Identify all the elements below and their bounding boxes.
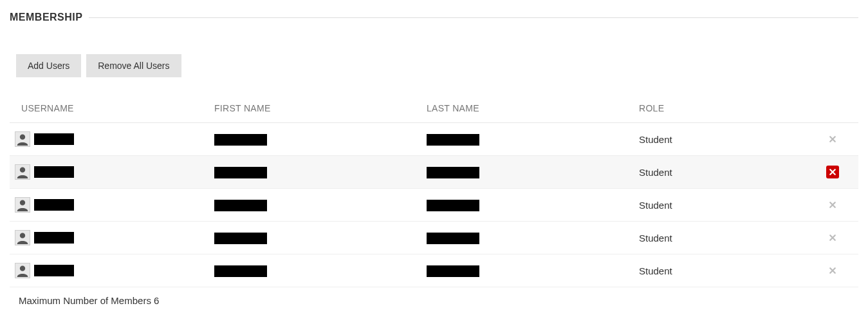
cell-first-name (209, 156, 421, 189)
username-value (34, 199, 74, 211)
cell-username (10, 254, 209, 287)
cell-first-name (209, 222, 421, 254)
cell-last-name (421, 156, 634, 189)
username-value (34, 133, 74, 145)
cell-username (10, 222, 209, 254)
svg-point-5 (20, 200, 25, 206)
cell-action (807, 189, 858, 222)
column-header-action (807, 95, 858, 123)
cell-role: Student (634, 123, 807, 156)
table-row: Student (10, 254, 858, 287)
cell-username (10, 189, 209, 222)
cell-role: Student (634, 156, 807, 189)
remove-user-icon[interactable] (826, 166, 839, 178)
last-name-value (427, 167, 479, 178)
avatar (15, 164, 30, 180)
table-row: Student (10, 189, 858, 222)
first-name-value (214, 167, 267, 178)
cell-action (807, 156, 858, 189)
first-name-value (214, 265, 267, 277)
cell-action (807, 222, 858, 254)
button-row: Add Users Remove All Users (16, 54, 858, 77)
section-header: MEMBERSHIP (10, 12, 858, 23)
cell-username (10, 156, 209, 189)
remove-user-icon[interactable] (826, 231, 839, 244)
table-row: Student (10, 123, 858, 156)
svg-point-1 (20, 135, 25, 140)
max-members-note: Maximum Number of Members 6 (19, 295, 858, 306)
table-row: Student (10, 156, 858, 189)
first-name-value (214, 233, 267, 244)
role-value: Student (639, 233, 672, 244)
cell-last-name (421, 123, 634, 156)
cell-first-name (209, 254, 421, 287)
max-members-label: Maximum Number of Members (19, 295, 151, 306)
svg-point-3 (20, 168, 25, 173)
svg-point-9 (20, 266, 25, 271)
last-name-value (427, 134, 479, 146)
last-name-value (427, 233, 479, 244)
remove-all-users-button[interactable]: Remove All Users (86, 54, 181, 77)
avatar (15, 197, 30, 213)
cell-last-name (421, 189, 634, 222)
avatar (15, 131, 30, 147)
remove-user-icon[interactable] (826, 198, 839, 211)
avatar (15, 263, 30, 278)
remove-user-icon[interactable] (826, 264, 839, 277)
section-rule (89, 17, 858, 18)
remove-user-icon[interactable] (826, 133, 839, 146)
members-table: USERNAME FIRST NAME LAST NAME ROLE Stude… (10, 95, 858, 287)
username-value (34, 265, 74, 276)
column-header-role[interactable]: ROLE (634, 95, 807, 123)
max-members-value: 6 (154, 295, 159, 306)
cell-role: Student (634, 254, 807, 287)
column-header-first-name[interactable]: FIRST NAME (209, 95, 421, 123)
cell-role: Student (634, 189, 807, 222)
role-value: Student (639, 200, 672, 211)
svg-point-7 (20, 233, 25, 238)
role-value: Student (639, 265, 672, 276)
cell-username (10, 123, 209, 156)
username-value (34, 232, 74, 244)
add-users-button[interactable]: Add Users (16, 54, 81, 77)
last-name-value (427, 200, 479, 211)
section-title: MEMBERSHIP (10, 12, 89, 23)
role-value: Student (639, 134, 672, 145)
cell-action (807, 254, 858, 287)
cell-first-name (209, 189, 421, 222)
avatar (15, 230, 30, 245)
first-name-value (214, 200, 267, 211)
username-value (34, 166, 74, 178)
cell-last-name (421, 222, 634, 254)
first-name-value (214, 134, 267, 146)
cell-first-name (209, 123, 421, 156)
cell-role: Student (634, 222, 807, 254)
column-header-last-name[interactable]: LAST NAME (421, 95, 634, 123)
cell-last-name (421, 254, 634, 287)
table-row: Student (10, 222, 858, 254)
role-value: Student (639, 167, 672, 178)
column-header-username[interactable]: USERNAME (10, 95, 209, 123)
cell-action (807, 123, 858, 156)
last-name-value (427, 265, 479, 277)
